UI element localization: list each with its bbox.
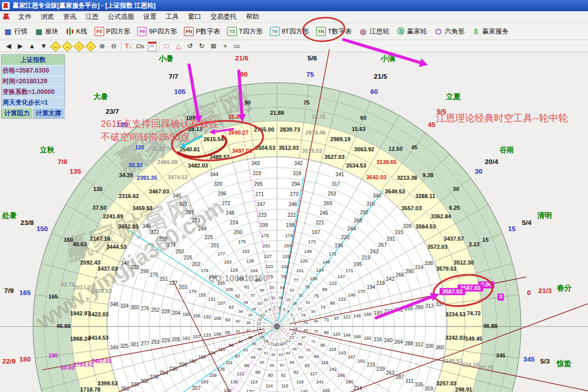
p-square-icon: P3 [95,27,104,36]
chart-area: 上证指数 价格=3587.0300时间=20180129变换系数=1.00000… [0,52,588,392]
zoom-in-button[interactable]: ⊕ [98,42,107,50]
main-toolbar: ▦行情▩板块K线P3P四方形P99P四方形PNP数字表T3T四方形T99T四方形… [0,23,588,40]
toolbar-separator [121,42,121,50]
winner-wheel-label: 赢家轮 [407,27,427,36]
tool-name-annotation: 江恩理论经典时空工具--轮中轮 [436,112,568,125]
zoom-out-button[interactable]: ⊖ [109,42,118,50]
toolbar-separator [159,42,160,50]
panel-row-3: 周天变化步长=1 [2,97,65,108]
kline-icon [66,27,74,36]
pan-right-button[interactable]: → [63,42,72,50]
panel-row-0: 价格=3587.0300 [2,66,65,76]
time-line-button[interactable]: T↓ [124,42,133,50]
toolbar-hexagon-button[interactable]: ⬡六角形 [430,25,468,38]
fit-button[interactable]: + [221,42,230,50]
t-square-label: T四方形 [239,27,263,36]
toolbar-sectors-button[interactable]: ▩板块 [31,25,62,38]
toolbar-winner-service-button[interactable]: $赢家服务 [468,25,512,38]
9t-square-label: 9T四方形 [282,27,309,36]
up-button[interactable]: ▲ [27,42,37,50]
quotes-icon: ▦ [4,27,12,36]
p-square-label: P四方形 [106,27,131,36]
rotate-cw-button[interactable]: ↻ [197,42,206,50]
toolbar-kline-button[interactable]: K线 [62,25,91,38]
toolbar-winner-wheel-button[interactable]: Ⓑ赢家轮 [393,25,430,38]
menu-交易委托[interactable]: 交易委托 [206,13,241,20]
9p-square-icon: P9 [137,27,147,36]
support-annotation: 2615点支撑回踩确认有效性 不破空间转向2690点 [101,117,219,144]
drawing-toolbar: ◀▶▲▼←→↑↓⊕⊖T↓Cls21□△↺↻⊠+▭ [0,40,588,52]
menu-文件[interactable]: 文件 [14,13,36,20]
menu-江恩[interactable]: 江恩 [81,13,103,20]
app-icon: 赢 [2,2,10,10]
winner-wheel-icon: Ⓑ [396,27,405,36]
sectors-icon: ▩ [35,27,43,36]
back-button[interactable]: ◀ [4,42,13,50]
toolbar-9p-square-button[interactable]: P99P四方形 [134,25,180,38]
toolbar-quotes-button[interactable]: ▦行情 [0,25,31,38]
winner-service-label: 赢家服务 [482,27,509,36]
计算阻力-button[interactable]: 计算阻力 [2,108,33,118]
instrument-name: 上证指数 [2,55,65,66]
menu-帮助[interactable]: 帮助 [241,13,264,20]
menu-窗口[interactable]: 窗口 [183,13,206,20]
t-table-icon: TN [316,27,326,36]
winner-service-icon: $ [472,27,480,36]
9t-square-icon: T9 [270,27,280,36]
toolbar-t-table-button[interactable]: TNT数字表 [313,25,355,38]
toolbar-p-square-button[interactable]: P3P四方形 [91,25,134,38]
triangle-tool-button[interactable]: △ [174,42,183,50]
gann-wheel-icon: ◎ [359,27,367,36]
quotes-label: 行情 [14,27,27,36]
cls-button[interactable]: Cls [136,43,145,49]
menu-公式选股[interactable]: 公式选股 [103,13,139,20]
menu-工具[interactable]: 工具 [161,13,183,20]
hexagon-icon: ⬡ [434,27,443,36]
toolbar-p-table-button[interactable]: PNP数字表 [180,25,224,38]
9p-square-label: 9P四方形 [149,27,177,36]
menu-设置[interactable]: 设置 [139,13,161,20]
kline-label: K线 [76,27,87,36]
title-bar: 赢 赢家江恩专业版[赢家服务平台] - [上证指数 江恩轮] [0,0,588,11]
menu-bar: 赢 文件浏览资讯江恩公式选股设置工具窗口交易委托帮助 [0,11,588,23]
pan-down-button[interactable]: ↓ [86,42,95,50]
toolbar-9t-square-button[interactable]: T99T四方形 [266,25,313,38]
p-table-icon: PN [184,27,194,36]
pan-up-button[interactable]: ↑ [74,42,83,50]
t-square-icon: T3 [227,27,237,36]
delete-box-button[interactable]: ⊠ [209,42,218,50]
toolbar-t-square-button[interactable]: T3T四方形 [224,25,266,38]
gann-wheel-label: 江恩轮 [369,27,389,36]
down-button[interactable]: ▼ [39,42,48,50]
sectors-label: 板块 [45,27,58,36]
menu-logo: 赢 [0,12,14,21]
pan-left-button[interactable]: ← [51,42,60,50]
menu-资讯[interactable]: 资讯 [58,13,81,20]
forward-button[interactable]: ▶ [16,42,25,50]
menu-浏览[interactable]: 浏览 [36,13,58,20]
rotate-ccw-button[interactable]: ↺ [185,42,195,50]
t-table-label: T数字表 [328,27,352,36]
panel-row-1: 时间=20180129 [2,76,65,87]
rect-tool-button[interactable]: □ [162,42,171,50]
hexagon-label: 六角形 [445,27,465,36]
p-table-label: P数字表 [196,27,220,36]
parameter-panel: 上证指数 价格=3587.0300时间=20180129变换系数=1.00000… [1,54,65,119]
计算支撑-button[interactable]: 计算支撑 [33,108,65,118]
panel-row-2: 变换系数=1.00000 [2,87,65,97]
screen-button[interactable]: ▭ [232,42,241,50]
calendar-button[interactable]: 21 [147,41,157,51]
window-title: 赢家江恩专业版[赢家服务平台] - [上证指数 江恩轮] [13,2,156,10]
toolbar-gann-wheel-button[interactable]: ◎江恩轮 [355,25,393,38]
